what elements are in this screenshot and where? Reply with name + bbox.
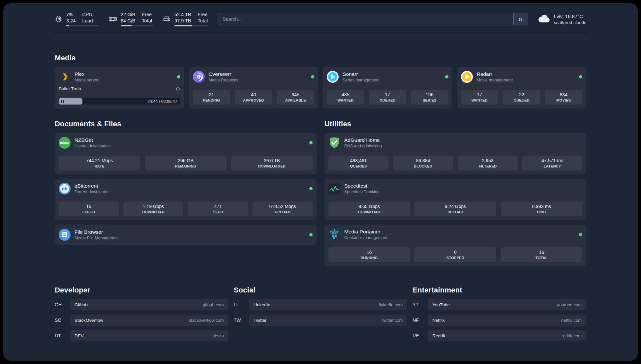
bookmark-abbr: RE (412, 333, 428, 338)
gear-icon[interactable]: ⚙ (176, 86, 180, 91)
sonarr-name: Sonarr (343, 71, 380, 77)
search-provider-button[interactable]: G (513, 13, 528, 25)
filebrowser-subtitle: Media File Management (75, 236, 119, 240)
adguard-icon (328, 137, 340, 149)
nzbget-subtitle: Usenet downloader (75, 144, 110, 148)
nzbget-stat-rate: 744.21 Mbps RATE (59, 156, 140, 170)
stat-value: 9.65 Gbps (330, 204, 409, 209)
pause-icon[interactable] (61, 100, 64, 103)
memory-labels: Free Total (142, 12, 152, 23)
filebrowser-card[interactable]: File Browser Media File Management (55, 225, 317, 245)
bookmark-abbr: YT (412, 302, 428, 307)
bookmark-link-dev[interactable]: DEV dev.to (70, 330, 229, 341)
nzbget-name: NZBGet (75, 137, 110, 143)
sonarr-subtitle: Series management (343, 78, 380, 82)
stat-label: QUERIES (330, 164, 387, 168)
bookmark-group-social: Social LI LinkedIn linkedin.com TW Twitt… (234, 286, 408, 341)
bookmark-url: github.com (203, 302, 224, 307)
memory-total-value: 64 GiB (121, 18, 135, 24)
nzbget-stat-remaining: 266 GB REMAINING (145, 156, 226, 170)
overseerr-status-dot (311, 75, 314, 78)
adguard-stat-latency: 47.571 ms LATENCY (522, 156, 582, 170)
memory-label-bottom: Total (142, 18, 152, 24)
overseerr-stat-available: 945 AVAILABLE (277, 90, 315, 105)
portainer-icon (328, 228, 340, 240)
nzbget-status-dot (309, 141, 313, 144)
utilities-section-title: Utilities (324, 120, 586, 128)
cpu-load-value: 3.24 (66, 18, 76, 24)
bookmark-name: Github (75, 302, 88, 307)
search-bar: G (218, 13, 528, 25)
search-provider-label: G (519, 16, 523, 22)
memory-monitor: 22 GiB 64 GiB Free Total (108, 12, 153, 26)
stat-value: 485 (328, 92, 363, 97)
stat-label: SEED (189, 210, 247, 214)
disk-label-top: Free (198, 12, 208, 17)
speedtest-name: Speedtest (344, 183, 380, 189)
radarr-status-dot (579, 75, 582, 78)
disk-labels: Free Total (198, 12, 208, 23)
overseerr-subtitle: Media Requests (209, 78, 238, 82)
portainer-card[interactable]: Media Portainer Container management 16 … (324, 225, 586, 266)
plex-icon (59, 71, 71, 83)
disk-free-value: 52.4 TB (174, 12, 191, 17)
radarr-card[interactable]: Radarr Movie management 17 WANTED 22 QUE… (457, 67, 587, 108)
section-media: Media Plex Media server (55, 54, 586, 108)
stat-value: 266 GB (146, 158, 225, 163)
bookmark-link-twitter[interactable]: Twitter twitter.com (249, 315, 408, 326)
stat-label: DOWNLOADED (232, 164, 311, 168)
bookmark-link-linkedin[interactable]: LinkedIn linkedin.com (249, 299, 408, 310)
plex-progress-time: 24:44 / 02:06:47 (147, 99, 177, 104)
stat-value: 17 (370, 92, 405, 97)
adguard-card[interactable]: AdGuard Home DNS and adblocking 498,461 … (324, 133, 586, 174)
sonarr-card[interactable]: Sonarr Series management 485 WANTED 17 Q… (323, 67, 452, 108)
bookmark-link-reddit[interactable]: Reddit reddit.com (428, 330, 586, 341)
bookmark-link-stackoverflow[interactable]: StackOverflow stackoverflow.com (70, 315, 229, 326)
section-utilities: Utilities AdGuard Home DNS and adblockin… (324, 120, 586, 266)
cpu-usage-bar-fill (66, 25, 69, 26)
stat-value: 40 (236, 92, 271, 97)
sonarr-stat-queued: 17 QUEUED (369, 90, 407, 105)
overseerr-card[interactable]: Overseerr Media Requests 21 PENDING 40 A… (189, 67, 319, 108)
sonarr-status-dot (445, 75, 448, 78)
bookmark-name: Reddit (432, 333, 445, 338)
radarr-subtitle: Movie management (477, 78, 513, 82)
plex-progress-bar[interactable]: 24:44 / 02:06:47 (59, 98, 180, 105)
stat-label: RUNNING (330, 256, 409, 260)
radarr-stat-queued: 22 QUEUED (503, 90, 540, 105)
search-input[interactable] (218, 13, 513, 25)
speedtest-subtitle: Speedtest Tracking (344, 190, 380, 194)
qbittorrent-name: qBittorrent (75, 183, 110, 189)
bookmark-link-github[interactable]: Github github.com (70, 299, 229, 310)
bookmark-row-stackoverflow: SO StackOverflow stackoverflow.com (55, 315, 229, 326)
stat-value: 196 (412, 92, 447, 97)
stat-value: 86,384 (394, 158, 452, 163)
qbittorrent-card[interactable]: qb qBittorrent Torrent downloader 16 (55, 179, 317, 220)
cpu-usage-bar (66, 25, 99, 26)
stat-value: 945 (278, 92, 313, 97)
stat-value: 47.571 ms (524, 158, 581, 163)
bookmark-link-netflix[interactable]: Netflix netflix.com (428, 315, 586, 326)
bookmark-abbr: TW (234, 318, 249, 323)
bookmark-link-youtube[interactable]: YouTube youtube.com (428, 299, 586, 310)
portainer-stat-running: 16 RUNNING (328, 247, 410, 262)
speedtest-stat-upload: 9.24 Gbps UPLOAD (414, 201, 496, 216)
bookmark-abbr: NF (412, 318, 428, 323)
nzbget-card[interactable]: nzbget NZBGet Usenet downloader 744.21 M… (55, 133, 317, 174)
section-documents: Documents & Files nzbget NZBGet Usenet d… (55, 120, 317, 266)
stat-label: AVAILABLE (278, 98, 313, 102)
cpu-label-top: CPU (82, 12, 93, 17)
plex-card[interactable]: Plex Media server Bullet Train ⚙ 24:44 /… (55, 67, 184, 108)
stat-label: MOVIES (546, 98, 581, 102)
memory-icon (108, 15, 117, 23)
portainer-stat-total: 16 TOTAL (501, 247, 582, 262)
filebrowser-status-dot (309, 233, 313, 236)
speedtest-icon (328, 183, 340, 195)
weather-widget[interactable]: Lviv, 16.87°C scattered clouds (538, 14, 586, 25)
stat-value: 1.19 Gbps (125, 204, 182, 209)
cpu-chip-icon (55, 15, 63, 23)
stat-value: 16 (502, 250, 581, 255)
disk-values: 52.4 TB 97.9 TB (174, 12, 191, 23)
speedtest-card[interactable]: Speedtest Speedtest Tracking 9.65 Gbps D… (324, 179, 586, 220)
overseerr-icon (193, 71, 205, 83)
